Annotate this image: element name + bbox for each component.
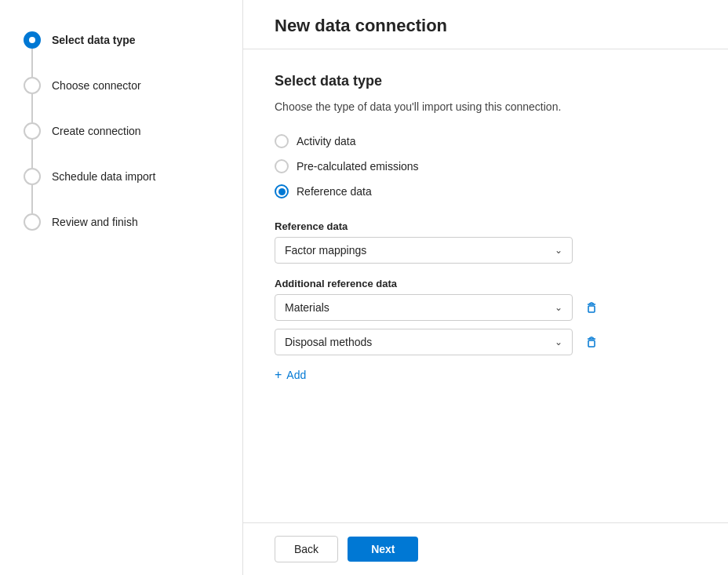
chevron-down-icon-materials: ⌄ bbox=[555, 302, 562, 313]
materials-row: Materials ⌄ bbox=[275, 294, 697, 321]
materials-dropdown[interactable]: Materials ⌄ bbox=[275, 294, 573, 321]
step-schedule-data-import[interactable]: Schedule data import bbox=[24, 168, 219, 213]
delete-materials-button[interactable] bbox=[579, 295, 604, 320]
radio-circle-pre-calculated bbox=[275, 159, 289, 173]
materials-value: Materials bbox=[285, 301, 329, 314]
main-header: New data connection bbox=[243, 0, 728, 49]
trash-icon-materials bbox=[584, 300, 599, 315]
step-circle-1 bbox=[24, 31, 41, 49]
radio-reference-data[interactable]: Reference data bbox=[275, 184, 697, 198]
svg-rect-0 bbox=[588, 306, 595, 312]
section-title: Select data type bbox=[275, 73, 697, 89]
footer: Back Next bbox=[243, 522, 728, 575]
step-connector-3 bbox=[31, 140, 33, 168]
step-label-1: Select data type bbox=[52, 34, 136, 46]
radio-circle-reference bbox=[275, 184, 289, 198]
reference-data-dropdown[interactable]: Factor mappings ⌄ bbox=[275, 237, 573, 264]
delete-disposal-button[interactable] bbox=[579, 329, 604, 355]
step-label-3: Create connection bbox=[52, 125, 141, 137]
svg-rect-5 bbox=[588, 340, 595, 347]
additional-reference-label: Additional reference data bbox=[275, 278, 697, 289]
step-label-2: Choose connector bbox=[52, 79, 141, 92]
step-create-connection[interactable]: Create connection bbox=[24, 122, 219, 168]
step-circle-2 bbox=[24, 77, 41, 94]
radio-circle-activity bbox=[275, 134, 289, 148]
main-content: Select data type Choose the type of data… bbox=[243, 49, 728, 522]
step-select-data-type[interactable]: Select data type bbox=[24, 31, 219, 77]
disposal-methods-dropdown[interactable]: Disposal methods ⌄ bbox=[275, 329, 573, 355]
radio-activity-data[interactable]: Activity data bbox=[275, 134, 697, 148]
step-choose-connector[interactable]: Choose connector bbox=[24, 77, 219, 122]
main-panel: New data connection Select data type Cho… bbox=[243, 0, 728, 575]
step-connector-2 bbox=[31, 94, 33, 122]
chevron-down-icon-disposal: ⌄ bbox=[555, 337, 562, 348]
radio-label-reference: Reference data bbox=[297, 185, 372, 198]
disposal-methods-value: Disposal methods bbox=[285, 336, 372, 348]
reference-data-value: Factor mappings bbox=[285, 244, 366, 257]
trash-icon-disposal bbox=[584, 335, 599, 349]
add-button[interactable]: + Add bbox=[275, 363, 306, 387]
step-circle-5 bbox=[24, 213, 41, 231]
reference-data-field: Reference data Factor mappings ⌄ bbox=[275, 220, 697, 264]
step-connector-1 bbox=[31, 49, 33, 77]
add-label: Add bbox=[286, 369, 306, 381]
next-button[interactable]: Next bbox=[348, 537, 418, 562]
description: Choose the type of data you'll import us… bbox=[275, 99, 604, 115]
step-review-and-finish[interactable]: Review and finish bbox=[24, 213, 219, 231]
step-circle-4 bbox=[24, 168, 41, 185]
back-button[interactable]: Back bbox=[275, 536, 338, 562]
radio-pre-calculated[interactable]: Pre-calculated emissions bbox=[275, 159, 697, 173]
additional-reference-field: Additional reference data Materials ⌄ bbox=[275, 278, 697, 387]
step-label-5: Review and finish bbox=[52, 216, 138, 228]
radio-label-pre-calculated: Pre-calculated emissions bbox=[297, 160, 419, 173]
chevron-down-icon: ⌄ bbox=[555, 245, 562, 256]
step-circle-3 bbox=[24, 122, 41, 140]
step-connector-4 bbox=[31, 185, 33, 213]
radio-label-activity: Activity data bbox=[297, 135, 355, 147]
sidebar: Select data type Choose connector Create… bbox=[0, 0, 243, 575]
plus-icon: + bbox=[275, 368, 282, 382]
radio-group: Activity data Pre-calculated emissions R… bbox=[275, 134, 697, 198]
disposal-methods-row: Disposal methods ⌄ bbox=[275, 329, 697, 355]
reference-data-label: Reference data bbox=[275, 220, 697, 232]
page-title: New data connection bbox=[275, 16, 697, 36]
step-label-4: Schedule data import bbox=[52, 170, 155, 183]
